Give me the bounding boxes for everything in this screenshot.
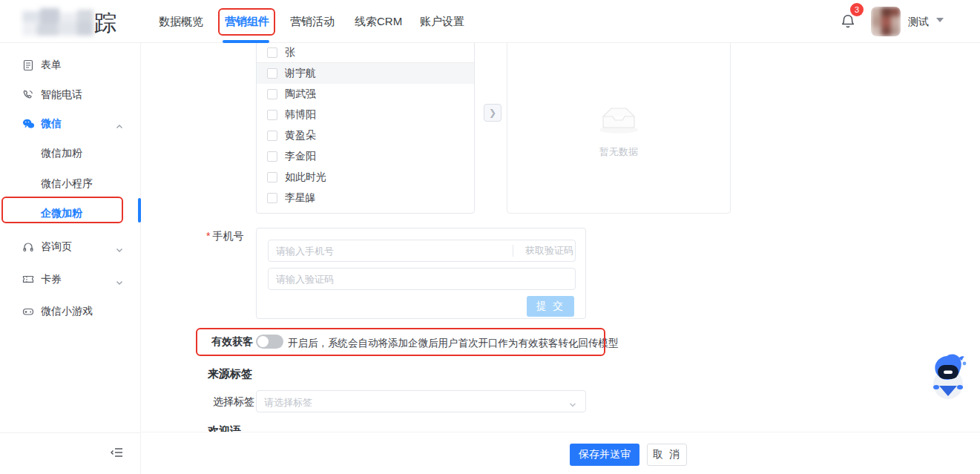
wechat-icon [22, 118, 34, 130]
gamepad-icon [22, 306, 34, 317]
sidebar-item-coupons[interactable]: 卡券 [0, 269, 139, 290]
form-icon [22, 59, 34, 71]
active-tab-underline [223, 40, 269, 43]
checkbox[interactable] [267, 47, 277, 58]
checkbox[interactable] [267, 89, 277, 99]
toggle-knob [257, 336, 269, 347]
chevron-down-icon [116, 243, 123, 251]
checkbox[interactable] [267, 193, 277, 203]
checkbox[interactable] [267, 172, 277, 182]
sidebar-item-wechat-miniprogram[interactable]: 微信小程序 [0, 174, 139, 194]
submit-button[interactable]: 提 交 [527, 296, 574, 317]
tab-data-overview[interactable]: 数据概览 [159, 0, 203, 42]
collapse-sidebar-icon[interactable] [110, 445, 126, 461]
member-row[interactable]: 陶武强 [257, 84, 474, 105]
next-section-title-clipped: 欢迎语 [208, 424, 241, 432]
avatar[interactable] [871, 7, 901, 36]
member-row[interactable]: 如此时光 [257, 167, 474, 188]
tab-marketing-campaigns[interactable]: 营销活动 [290, 0, 335, 42]
sidebar-item-consult-page[interactable]: 咨询页 [0, 237, 139, 257]
valid-acquisition-toggle[interactable] [256, 335, 283, 349]
sidebar-footer-divider [0, 432, 141, 433]
sidebar-item-smart-phone[interactable]: 智能电话 [0, 85, 139, 105]
member-row[interactable]: 李星皞 [257, 188, 474, 208]
select-tag-label: 选择标签 [213, 395, 254, 409]
user-name[interactable]: 测试 [908, 16, 929, 29]
save-and-submit-button[interactable]: 保存并送审 [570, 444, 639, 466]
top-header: 踪 数据概览 营销组件 营销活动 线索CRM 账户设置 3 测试 [0, 0, 980, 43]
valid-acquisition-description: 开启后，系统会自动将添加企微后用户首次开口作为有效获客转化回传模型 [288, 337, 619, 350]
phone-label: 手机号 [206, 230, 243, 243]
member-row[interactable]: 韩博阳 [257, 105, 474, 125]
notification-badge: 3 [850, 3, 864, 16]
phone-icon [22, 89, 34, 101]
phone-verify-box: 获取验证码 提 交 [256, 228, 586, 319]
tab-account-settings[interactable]: 账户设置 [420, 0, 464, 42]
verification-code-input[interactable] [268, 268, 576, 290]
headset-icon [22, 241, 34, 253]
checkbox[interactable] [267, 110, 277, 120]
checkbox[interactable] [267, 151, 277, 162]
empty-box-icon [595, 105, 642, 135]
chevron-down-icon [569, 398, 576, 406]
cancel-button[interactable]: 取 消 [647, 444, 687, 466]
sidebar-item-forms[interactable]: 表单 [0, 55, 139, 76]
sidebar-item-wechat-addfans[interactable]: 微信加粉 [0, 143, 139, 164]
member-target-panel: 暂无数据 [507, 43, 731, 214]
source-tag-title: 来源标签 [208, 367, 252, 381]
empty-state: 暂无数据 [507, 105, 730, 159]
checkbox[interactable] [267, 131, 277, 141]
sidebar-item-wechat[interactable]: 微信 [0, 113, 139, 134]
valid-acquisition-label: 有效获客 [211, 335, 253, 349]
get-verification-code-button[interactable]: 获取验证码 [513, 245, 585, 257]
sidebar-item-qiwei-addfans[interactable]: 企微加粉 [0, 203, 139, 224]
member-row[interactable]: 谢宇航 [257, 63, 474, 84]
form-footer: 保存并送审 取 消 [141, 432, 980, 474]
user-dropdown-caret-icon[interactable] [936, 18, 944, 22]
chevron-up-icon [116, 120, 123, 128]
ticket-icon [22, 274, 34, 286]
active-menu-indicator [138, 198, 141, 223]
tab-leads-crm[interactable]: 线索CRM [355, 0, 402, 42]
tag-select[interactable]: 请选择标签 [256, 390, 586, 412]
logo-text: 踪 [94, 8, 117, 39]
assistant-robot-icon[interactable] [927, 350, 969, 399]
tab-marketing-components[interactable]: 营销组件 [225, 0, 269, 42]
member-row[interactable]: 张 [257, 43, 474, 63]
logo-blurred [22, 8, 93, 36]
sidebar: 表单 智能电话 微信 微信加粉 微信小程序 企微加粉 [0, 43, 141, 474]
member-row[interactable]: 黄盈朵 [257, 125, 474, 146]
empty-text: 暂无数据 [507, 145, 730, 159]
transfer-right-button[interactable]: ❯ [484, 104, 501, 122]
checkbox[interactable] [267, 68, 277, 79]
chevron-down-icon [116, 276, 123, 283]
member-source-list[interactable]: 张 谢宇航 陶武强 韩博阳 黄盈朵 李金阳 如此时光 李星皞 [256, 43, 475, 214]
member-row[interactable]: 李金阳 [257, 146, 474, 167]
tag-select-placeholder: 请选择标签 [264, 396, 312, 409]
main-content: 张 谢宇航 陶武强 韩博阳 黄盈朵 李金阳 如此时光 李星皞 [141, 43, 980, 432]
sidebar-item-wechat-minigame[interactable]: 微信小游戏 [0, 301, 139, 322]
